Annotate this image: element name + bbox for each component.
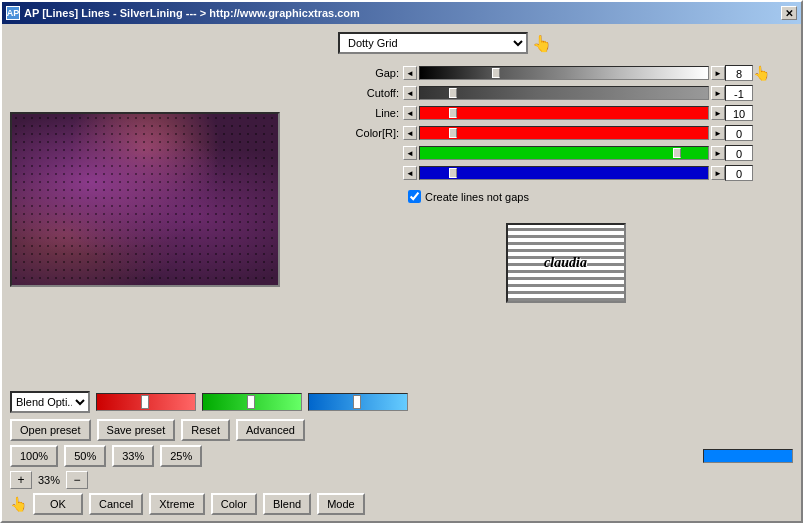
cutoff-label: Cutoff: [338,87,403,99]
zoom-adjust-row: + 33% − [10,471,793,489]
color-g-row: ◄ ► 0 [338,144,793,162]
line-row: Line: ◄ ► 10 [338,104,793,122]
open-preset-button[interactable]: Open preset [10,419,91,441]
color-b-fill [420,167,708,179]
action-buttons-row: Open preset Save preset Reset Advanced [10,419,793,441]
color-r-left-arrow[interactable]: ◄ [403,126,417,140]
thumbnail-lines: claudia [508,225,624,301]
zoom-minus-button[interactable]: − [66,471,88,489]
save-preset-button[interactable]: Save preset [97,419,176,441]
blend-slider-row: Blend Opti... Normal Multiply Screen [10,391,793,413]
color-g-fill [420,147,708,159]
blend-select[interactable]: Blend Opti... Normal Multiply Screen [10,391,90,413]
gap-right-arrow[interactable]: ► [711,66,725,80]
line-left-arrow[interactable]: ◄ [403,106,417,120]
line-value[interactable]: 10 [725,105,753,121]
color-r-label: Color[R]: [338,127,403,139]
color-b-slider-track[interactable] [419,166,709,180]
title-bar-content: AP AP [Lines] Lines - SilverLining --- >… [6,6,360,20]
preset-hand-icon: 👆 [532,34,552,53]
cutoff-left-arrow[interactable]: ◄ [403,86,417,100]
color-b-row: ◄ ► 0 [338,164,793,182]
reset-button[interactable]: Reset [181,419,230,441]
advanced-button[interactable]: Advanced [236,419,305,441]
zoom-25-button[interactable]: 25% [160,445,202,467]
blue-color-slider[interactable] [308,393,408,411]
cutoff-value[interactable]: -1 [725,85,753,101]
line-thumb[interactable] [449,108,457,118]
bottom-controls: Blend Opti... Normal Multiply Screen Ope… [2,385,801,521]
progress-bar [703,449,793,463]
color-r-right-arrow[interactable]: ► [711,126,725,140]
xtreme-button[interactable]: Xtreme [149,493,204,515]
color-button[interactable]: Color [211,493,257,515]
gap-thumb[interactable] [492,68,500,78]
cutoff-slider-track[interactable] [419,86,709,100]
ok-hand-icon: 👆 [10,496,27,512]
create-lines-checkbox[interactable] [408,190,421,203]
gap-left-arrow[interactable]: ◄ [403,66,417,80]
gap-value[interactable]: 8 [725,65,753,81]
color-r-thumb[interactable] [449,128,457,138]
green-color-slider[interactable] [202,393,302,411]
ok-cancel-row: 👆 OK Cancel Xtreme Color Blend Mode [10,493,793,515]
line-fill [420,107,708,119]
color-r-fill [420,127,708,139]
main-window: AP AP [Lines] Lines - SilverLining --- >… [0,0,803,523]
window-title: AP [Lines] Lines - SilverLining --- > ht… [24,7,360,19]
color-g-right-arrow[interactable]: ► [711,146,725,160]
cutoff-fill [420,87,708,99]
zoom-100-button[interactable]: 100% [10,445,58,467]
red-slider-handle[interactable] [141,395,149,409]
color-b-right-arrow[interactable]: ► [711,166,725,180]
cutoff-row: Cutoff: ◄ ► -1 [338,84,793,102]
color-b-left-arrow[interactable]: ◄ [403,166,417,180]
mode-button[interactable]: Mode [317,493,365,515]
cutoff-thumb[interactable] [449,88,457,98]
cancel-button[interactable]: Cancel [89,493,143,515]
green-slider-handle[interactable] [247,395,255,409]
preset-row: Dotty Grid Simple Lines Cross Hatch Wave… [338,32,793,54]
color-b-value[interactable]: 0 [725,165,753,181]
gap-fill [420,67,708,79]
checkbox-row: Create lines not gaps [408,190,793,203]
line-slider-track[interactable] [419,106,709,120]
ok-button[interactable]: OK [33,493,83,515]
cutoff-right-arrow[interactable]: ► [711,86,725,100]
app-icon: AP [6,6,20,20]
color-g-left-arrow[interactable]: ◄ [403,146,417,160]
gap-label: Gap: [338,67,403,79]
preview-area [10,112,280,287]
dotty-overlay [12,114,278,285]
color-g-thumb[interactable] [673,148,681,158]
zoom-plus-button[interactable]: + [10,471,32,489]
blend-button[interactable]: Blend [263,493,311,515]
color-g-value[interactable]: 0 [725,145,753,161]
zoom-current-value: 33% [38,474,60,486]
color-r-value[interactable]: 0 [725,125,753,141]
close-button[interactable]: ✕ [781,6,797,20]
color-g-slider-track[interactable] [419,146,709,160]
blue-slider-handle[interactable] [353,395,361,409]
gap-row: Gap: ◄ ► 8 👆 [338,64,793,82]
slider-section: Gap: ◄ ► 8 👆 Cutoff: [338,64,793,182]
gap-hand-icon: 👆 [753,65,770,81]
preset-select[interactable]: Dotty Grid Simple Lines Cross Hatch Wave… [338,32,528,54]
zoom-33-button[interactable]: 33% [112,445,154,467]
thumbnail-text: claudia [544,255,587,271]
line-label: Line: [338,107,403,119]
color-g-slider-container: ◄ ► [403,146,725,160]
color-r-slider-track[interactable] [419,126,709,140]
line-right-arrow[interactable]: ► [711,106,725,120]
zoom-50-button[interactable]: 50% [64,445,106,467]
color-b-thumb[interactable] [449,168,457,178]
color-b-slider-container: ◄ ► [403,166,725,180]
thumbnail-preview: claudia [506,223,626,303]
gap-slider-track[interactable] [419,66,709,80]
line-slider-container: ◄ ► [403,106,725,120]
preview-image [12,114,278,285]
title-bar: AP AP [Lines] Lines - SilverLining --- >… [2,2,801,24]
gap-slider-container: ◄ ► [403,66,725,80]
red-color-slider[interactable] [96,393,196,411]
zoom-row: 100% 50% 33% 25% [10,445,793,467]
